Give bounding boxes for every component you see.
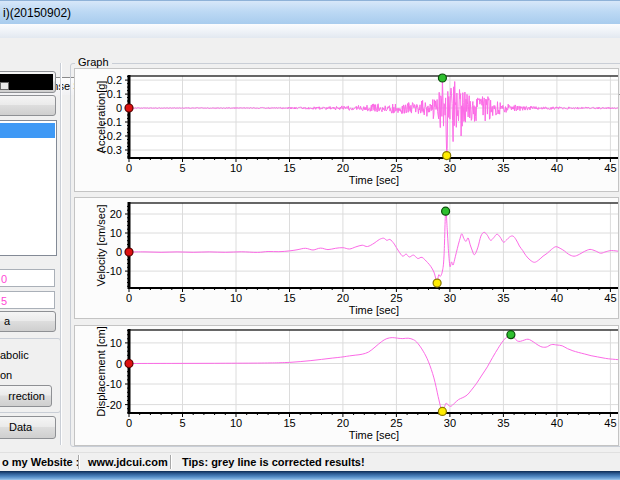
- graph-groupbox-label: Graph: [75, 56, 112, 68]
- status-tips: Tips: grey line is corrected results!: [182, 456, 365, 468]
- status-bar: o my Website : www.jdcui.com Tips: grey …: [0, 452, 620, 472]
- window-title: i)(20150902): [3, 6, 71, 20]
- svg-text:0.2: 0.2: [107, 74, 122, 86]
- svg-text:20: 20: [110, 208, 122, 220]
- svg-text:35: 35: [497, 162, 509, 174]
- displacement-chart: 051015202530354045100-10-20Displacement …: [74, 325, 619, 446]
- svg-text:0.1: 0.1: [107, 88, 122, 100]
- svg-text:20: 20: [337, 162, 349, 174]
- svg-text:Time [sec]: Time [sec]: [349, 174, 399, 186]
- baseline-correction-button[interactable]: rrection: [0, 385, 52, 407]
- save-data-button[interactable]: Data: [0, 416, 56, 439]
- start-marker[interactable]: [125, 104, 133, 112]
- svg-text:Displacement [cm]: Displacement [cm]: [95, 326, 107, 416]
- svg-text:40: 40: [551, 417, 563, 429]
- svg-text:Acceleration[g]: Acceleration[g]: [95, 81, 107, 154]
- svg-text:40: 40: [551, 162, 563, 174]
- svg-text:40: 40: [551, 292, 563, 304]
- app-window: i)(20150902) stic Response Spectra 0 5 a…: [0, 0, 620, 480]
- plot-data-button-label: a: [4, 315, 10, 327]
- svg-text:0: 0: [116, 102, 122, 114]
- peak-marker[interactable]: [438, 74, 446, 82]
- svg-text:Time [sec]: Time [sec]: [349, 304, 399, 316]
- window-titlebar: i)(20150902): [0, 0, 620, 24]
- svg-text:15: 15: [283, 162, 295, 174]
- file-listbox[interactable]: [0, 120, 57, 256]
- svg-text:20: 20: [337, 417, 349, 429]
- svg-text:15: 15: [283, 417, 295, 429]
- svg-text:45: 45: [604, 417, 616, 429]
- trough-marker[interactable]: [433, 279, 441, 287]
- svg-text:45: 45: [604, 162, 616, 174]
- menu-strip: [0, 24, 620, 39]
- svg-text:Time [sec]: Time [sec]: [349, 429, 399, 441]
- velocity-chart: 05101520253035404520100-10Velocity [cm/s…: [74, 197, 619, 319]
- svg-text:10: 10: [110, 227, 122, 239]
- svg-text:0: 0: [126, 162, 132, 174]
- svg-text:-10: -10: [106, 265, 122, 277]
- secondary-button[interactable]: [0, 95, 56, 116]
- svg-text:25: 25: [390, 162, 402, 174]
- svg-text:30: 30: [444, 292, 456, 304]
- svg-text:10: 10: [230, 292, 242, 304]
- svg-text:35: 35: [497, 417, 509, 429]
- svg-text:0: 0: [116, 358, 122, 370]
- numeric-field-2-value: 5: [1, 293, 7, 309]
- svg-text:45: 45: [604, 292, 616, 304]
- status-website-url[interactable]: www.jdcui.com: [88, 456, 168, 468]
- svg-text:10: 10: [230, 417, 242, 429]
- peak-marker[interactable]: [442, 207, 450, 215]
- svg-text:25: 25: [390, 417, 402, 429]
- trough-marker[interactable]: [438, 407, 446, 415]
- svg-text:10: 10: [110, 337, 122, 349]
- plot-data-button[interactable]: a: [0, 311, 56, 332]
- listbox-selected-item[interactable]: [0, 123, 55, 138]
- numeric-field-1[interactable]: 0: [0, 269, 55, 287]
- svg-text:20: 20: [337, 292, 349, 304]
- logo-button[interactable]: [0, 71, 56, 93]
- acceleration-chart: 0510152025303540450.20.10-0.1-0.2-0.3Acc…: [74, 68, 619, 192]
- numeric-field-1-value: 0: [1, 271, 7, 287]
- svg-text:0: 0: [126, 292, 132, 304]
- status-website-label: o my Website :: [2, 456, 79, 468]
- baseline-correction-button-label: rrection: [8, 390, 45, 402]
- trough-marker[interactable]: [443, 152, 451, 160]
- svg-text:15: 15: [283, 292, 295, 304]
- svg-text:5: 5: [179, 417, 185, 429]
- logo-mark-icon: [0, 82, 9, 90]
- svg-text:30: 30: [444, 162, 456, 174]
- parabolic-option-label[interactable]: abolic: [0, 349, 29, 361]
- correction-option-label[interactable]: on: [0, 369, 12, 381]
- svg-text:0: 0: [116, 246, 122, 258]
- save-data-button-label: Data: [9, 421, 32, 433]
- svg-text:30: 30: [444, 417, 456, 429]
- svg-text:35: 35: [497, 292, 509, 304]
- svg-text:5: 5: [179, 292, 185, 304]
- taskbar-strip: [0, 471, 620, 480]
- svg-text:25: 25: [390, 292, 402, 304]
- svg-text:0: 0: [126, 417, 132, 429]
- svg-text:10: 10: [230, 162, 242, 174]
- start-marker[interactable]: [125, 248, 133, 256]
- numeric-field-2[interactable]: 5: [0, 291, 55, 309]
- status-separator-1: [78, 455, 79, 469]
- peak-marker[interactable]: [507, 331, 515, 339]
- svg-text:Velocity [cm/sec]: Velocity [cm/sec]: [95, 205, 107, 287]
- svg-text:5: 5: [179, 162, 185, 174]
- tab-bar: stic Response Spectra: [0, 38, 620, 57]
- start-marker[interactable]: [125, 360, 133, 368]
- status-separator-2: [170, 455, 171, 469]
- svg-text:-20: -20: [106, 399, 122, 411]
- svg-text:-10: -10: [106, 378, 122, 390]
